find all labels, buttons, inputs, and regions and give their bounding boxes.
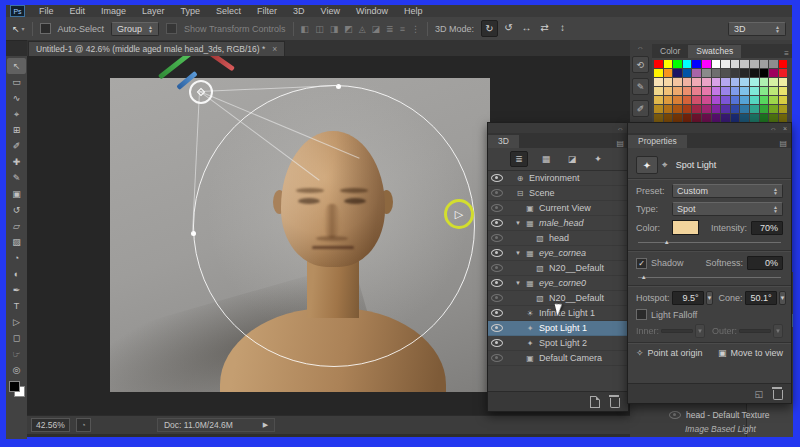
swatch[interactable] [750,87,759,95]
orbit-3d-icon[interactable]: ↻ [481,20,498,37]
inner-stepper[interactable]: ▼ [695,324,705,338]
delete-icon[interactable] [773,390,783,400]
type-tool[interactable]: T [7,298,26,314]
swatch[interactable] [673,114,682,122]
visibility-eye-icon[interactable] [491,294,503,302]
close-panel-icon[interactable]: × [783,125,787,132]
swatch[interactable] [721,78,730,86]
swatch[interactable] [760,78,769,86]
pen-tool[interactable]: ✒ [7,282,26,298]
swatch[interactable] [692,105,701,113]
visibility-eye-icon[interactable] [491,339,503,347]
swatch[interactable] [692,87,701,95]
intensity-slider[interactable]: ▲ [638,239,781,247]
dodge-tool[interactable]: ◐ [7,266,26,282]
swatch[interactable] [721,60,730,68]
collapse-panel-icon[interactable]: ⇔ [617,125,624,132]
spotlight-origin-widget[interactable] [189,80,213,104]
swatch[interactable] [740,69,749,77]
swatch[interactable] [702,69,711,77]
scene-tree-row[interactable]: ▼▦male_head [488,216,628,231]
swatch[interactable] [779,105,788,113]
swatch[interactable] [750,114,759,122]
visibility-eye-icon[interactable] [491,249,503,257]
swatch[interactable] [673,96,682,104]
swatch[interactable] [654,87,663,95]
swatch[interactable] [760,69,769,77]
filter-whole-scene-icon[interactable]: ≣ [510,151,528,167]
swatch[interactable] [664,96,673,104]
shadow-checkbox[interactable]: ✓ [636,258,647,269]
swatch[interactable] [673,87,682,95]
scene-tree-row[interactable]: ✦Spot Light 1 [488,321,628,336]
swatch[interactable] [740,114,749,122]
distribute-center-icon[interactable]: ≡ [400,24,405,34]
scene-tree-row[interactable]: ▼▦eye_cornea [488,246,628,261]
collapse-dock-icon[interactable]: ⇔ [637,44,644,51]
axis-x-red-handle[interactable] [201,56,235,71]
tab-swatches[interactable]: Swatches [688,45,741,58]
menu-item-layer[interactable]: Layer [134,6,173,16]
hotspot-field[interactable]: 9.5° [672,291,704,305]
expander-triangle-icon[interactable]: ▼ [515,280,524,286]
swatch[interactable] [750,96,759,104]
swatch[interactable] [731,78,740,86]
swatch[interactable] [702,114,711,122]
panel-menu-icon[interactable]: ≡ [784,49,792,58]
foreground-color-chip[interactable] [9,381,20,392]
delete-icon[interactable] [610,398,620,408]
menu-item-help[interactable]: Help [396,6,431,16]
swatch[interactable] [779,60,788,68]
history-panel-icon[interactable]: ⟲ [632,56,649,73]
swatch[interactable] [702,78,711,86]
filter-lights-icon[interactable]: ✦ [590,152,606,166]
swatch[interactable] [760,105,769,113]
spotlight-ring-widget[interactable] [193,85,475,367]
align-hcenter-icon[interactable]: ◫ [315,24,324,34]
distribute-right-icon[interactable]: ⋮ [411,24,420,34]
visibility-eye-icon[interactable] [491,204,503,212]
new-item-icon[interactable] [590,396,600,408]
filter-meshes-icon[interactable]: ▦ [538,152,554,166]
visibility-eye-icon[interactable] [491,324,503,332]
quick-select-tool[interactable]: ⌖ [7,106,26,122]
swatch[interactable] [683,87,692,95]
foreground-background-colors[interactable] [9,381,25,397]
menu-item-filter[interactable]: Filter [249,6,285,16]
swatch[interactable] [731,114,740,122]
cone-field[interactable]: 50.1° [745,291,777,305]
swatch[interactable] [740,96,749,104]
scene-tree-row[interactable]: ▼▦eye_corne0 [488,276,628,291]
hotspot-stepper[interactable]: ▼ [706,291,714,305]
menu-item-select[interactable]: Select [208,6,249,16]
menu-item-window[interactable]: Window [348,6,396,16]
swatch[interactable] [702,87,711,95]
swatch[interactable] [673,60,682,68]
swatch[interactable] [769,69,778,77]
swatch[interactable] [692,96,701,104]
swatch[interactable] [740,60,749,68]
swatch[interactable] [664,78,673,86]
hand-tool[interactable]: ☞ [7,346,26,362]
menu-item-type[interactable]: Type [173,6,209,16]
scene-tree-row[interactable]: ⊕Environment [488,171,628,186]
panel-menu-icon[interactable]: ▤ [779,139,791,148]
healing-brush-tool[interactable]: ✚ [7,154,26,170]
group-dropdown[interactable]: Group ▲▼ [111,22,159,36]
path-select-tool[interactable]: ▷ [7,314,26,330]
collapse-panel-icon[interactable]: ⇔ [770,125,777,132]
auto-select-checkbox[interactable] [40,23,51,34]
swatch[interactable] [779,87,788,95]
swatch[interactable] [769,96,778,104]
swatch[interactable] [654,114,663,122]
swatch[interactable] [692,114,701,122]
spot-light-type-icon[interactable]: ✦ [636,156,658,174]
swatch[interactable] [654,96,663,104]
visibility-eye-icon[interactable] [491,174,503,182]
workspace-switcher[interactable]: 3D ▲▼ [728,22,786,36]
distribute-left-icon[interactable]: ≣ [386,24,394,34]
align-left-icon[interactable]: ◧ [301,24,310,34]
swatch[interactable] [769,60,778,68]
type-dropdown[interactable]: Spot ▲▼ [672,202,783,216]
point-at-origin-button[interactable]: ✧ Point at origin [636,348,703,358]
